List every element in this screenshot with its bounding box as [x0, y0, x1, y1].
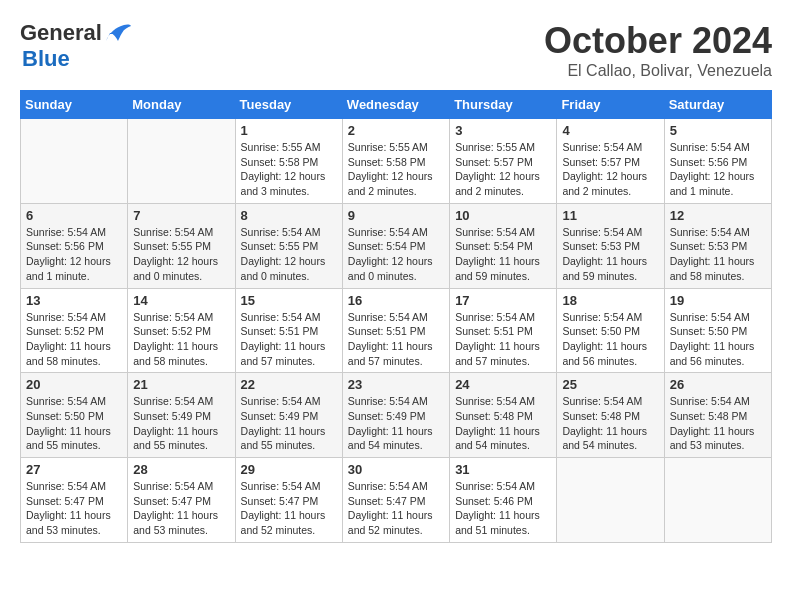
day-number: 22	[241, 377, 337, 392]
day-number: 11	[562, 208, 658, 223]
day-number: 5	[670, 123, 766, 138]
day-info: Sunrise: 5:54 AM Sunset: 5:48 PM Dayligh…	[670, 394, 766, 453]
day-info: Sunrise: 5:54 AM Sunset: 5:47 PM Dayligh…	[348, 479, 444, 538]
calendar-cell: 6Sunrise: 5:54 AM Sunset: 5:56 PM Daylig…	[21, 203, 128, 288]
day-number: 2	[348, 123, 444, 138]
day-info: Sunrise: 5:54 AM Sunset: 5:49 PM Dayligh…	[241, 394, 337, 453]
day-info: Sunrise: 5:55 AM Sunset: 5:58 PM Dayligh…	[348, 140, 444, 199]
calendar-week-1: 1Sunrise: 5:55 AM Sunset: 5:58 PM Daylig…	[21, 119, 772, 204]
day-number: 4	[562, 123, 658, 138]
calendar-cell: 14Sunrise: 5:54 AM Sunset: 5:52 PM Dayli…	[128, 288, 235, 373]
day-info: Sunrise: 5:54 AM Sunset: 5:53 PM Dayligh…	[670, 225, 766, 284]
calendar-cell: 11Sunrise: 5:54 AM Sunset: 5:53 PM Dayli…	[557, 203, 664, 288]
logo-blue: Blue	[22, 46, 70, 72]
calendar-week-2: 6Sunrise: 5:54 AM Sunset: 5:56 PM Daylig…	[21, 203, 772, 288]
calendar-week-5: 27Sunrise: 5:54 AM Sunset: 5:47 PM Dayli…	[21, 458, 772, 543]
calendar-cell: 10Sunrise: 5:54 AM Sunset: 5:54 PM Dayli…	[450, 203, 557, 288]
day-info: Sunrise: 5:54 AM Sunset: 5:51 PM Dayligh…	[241, 310, 337, 369]
calendar-cell: 27Sunrise: 5:54 AM Sunset: 5:47 PM Dayli…	[21, 458, 128, 543]
calendar-cell	[21, 119, 128, 204]
day-number: 20	[26, 377, 122, 392]
day-info: Sunrise: 5:54 AM Sunset: 5:49 PM Dayligh…	[348, 394, 444, 453]
day-number: 23	[348, 377, 444, 392]
calendar-header-friday: Friday	[557, 91, 664, 119]
day-number: 1	[241, 123, 337, 138]
day-info: Sunrise: 5:54 AM Sunset: 5:56 PM Dayligh…	[26, 225, 122, 284]
calendar-cell: 18Sunrise: 5:54 AM Sunset: 5:50 PM Dayli…	[557, 288, 664, 373]
calendar-cell: 26Sunrise: 5:54 AM Sunset: 5:48 PM Dayli…	[664, 373, 771, 458]
calendar-cell	[664, 458, 771, 543]
day-number: 31	[455, 462, 551, 477]
calendar-header-sunday: Sunday	[21, 91, 128, 119]
title-section: October 2024 El Callao, Bolivar, Venezue…	[544, 20, 772, 80]
calendar-cell: 2Sunrise: 5:55 AM Sunset: 5:58 PM Daylig…	[342, 119, 449, 204]
day-info: Sunrise: 5:54 AM Sunset: 5:53 PM Dayligh…	[562, 225, 658, 284]
day-info: Sunrise: 5:54 AM Sunset: 5:57 PM Dayligh…	[562, 140, 658, 199]
calendar-cell: 3Sunrise: 5:55 AM Sunset: 5:57 PM Daylig…	[450, 119, 557, 204]
day-info: Sunrise: 5:54 AM Sunset: 5:51 PM Dayligh…	[348, 310, 444, 369]
calendar-header-saturday: Saturday	[664, 91, 771, 119]
day-number: 19	[670, 293, 766, 308]
day-info: Sunrise: 5:54 AM Sunset: 5:54 PM Dayligh…	[348, 225, 444, 284]
day-number: 27	[26, 462, 122, 477]
calendar-cell: 5Sunrise: 5:54 AM Sunset: 5:56 PM Daylig…	[664, 119, 771, 204]
day-number: 3	[455, 123, 551, 138]
calendar-cell: 22Sunrise: 5:54 AM Sunset: 5:49 PM Dayli…	[235, 373, 342, 458]
calendar-header-tuesday: Tuesday	[235, 91, 342, 119]
calendar-cell	[128, 119, 235, 204]
calendar-cell: 8Sunrise: 5:54 AM Sunset: 5:55 PM Daylig…	[235, 203, 342, 288]
day-number: 18	[562, 293, 658, 308]
day-info: Sunrise: 5:54 AM Sunset: 5:54 PM Dayligh…	[455, 225, 551, 284]
day-number: 13	[26, 293, 122, 308]
calendar-cell: 28Sunrise: 5:54 AM Sunset: 5:47 PM Dayli…	[128, 458, 235, 543]
day-info: Sunrise: 5:54 AM Sunset: 5:50 PM Dayligh…	[670, 310, 766, 369]
location: El Callao, Bolivar, Venezuela	[544, 62, 772, 80]
day-info: Sunrise: 5:54 AM Sunset: 5:55 PM Dayligh…	[133, 225, 229, 284]
calendar-cell: 17Sunrise: 5:54 AM Sunset: 5:51 PM Dayli…	[450, 288, 557, 373]
day-info: Sunrise: 5:54 AM Sunset: 5:48 PM Dayligh…	[562, 394, 658, 453]
day-info: Sunrise: 5:54 AM Sunset: 5:55 PM Dayligh…	[241, 225, 337, 284]
day-info: Sunrise: 5:54 AM Sunset: 5:46 PM Dayligh…	[455, 479, 551, 538]
day-info: Sunrise: 5:54 AM Sunset: 5:52 PM Dayligh…	[133, 310, 229, 369]
day-number: 15	[241, 293, 337, 308]
day-number: 30	[348, 462, 444, 477]
logo-general: General	[20, 20, 102, 46]
calendar-header-monday: Monday	[128, 91, 235, 119]
calendar-cell: 12Sunrise: 5:54 AM Sunset: 5:53 PM Dayli…	[664, 203, 771, 288]
day-info: Sunrise: 5:55 AM Sunset: 5:58 PM Dayligh…	[241, 140, 337, 199]
day-info: Sunrise: 5:54 AM Sunset: 5:56 PM Dayligh…	[670, 140, 766, 199]
day-info: Sunrise: 5:54 AM Sunset: 5:52 PM Dayligh…	[26, 310, 122, 369]
calendar-cell: 30Sunrise: 5:54 AM Sunset: 5:47 PM Dayli…	[342, 458, 449, 543]
month-title: October 2024	[544, 20, 772, 62]
calendar-cell	[557, 458, 664, 543]
day-number: 6	[26, 208, 122, 223]
day-number: 12	[670, 208, 766, 223]
day-info: Sunrise: 5:54 AM Sunset: 5:48 PM Dayligh…	[455, 394, 551, 453]
calendar-cell: 23Sunrise: 5:54 AM Sunset: 5:49 PM Dayli…	[342, 373, 449, 458]
page-header: General Blue October 2024 El Callao, Bol…	[20, 20, 772, 80]
day-info: Sunrise: 5:54 AM Sunset: 5:50 PM Dayligh…	[26, 394, 122, 453]
calendar-cell: 7Sunrise: 5:54 AM Sunset: 5:55 PM Daylig…	[128, 203, 235, 288]
day-number: 29	[241, 462, 337, 477]
day-number: 14	[133, 293, 229, 308]
calendar-header-wednesday: Wednesday	[342, 91, 449, 119]
day-info: Sunrise: 5:54 AM Sunset: 5:51 PM Dayligh…	[455, 310, 551, 369]
day-number: 7	[133, 208, 229, 223]
calendar-cell: 24Sunrise: 5:54 AM Sunset: 5:48 PM Dayli…	[450, 373, 557, 458]
day-number: 26	[670, 377, 766, 392]
calendar-cell: 29Sunrise: 5:54 AM Sunset: 5:47 PM Dayli…	[235, 458, 342, 543]
day-number: 24	[455, 377, 551, 392]
day-number: 25	[562, 377, 658, 392]
calendar-cell: 1Sunrise: 5:55 AM Sunset: 5:58 PM Daylig…	[235, 119, 342, 204]
calendar-cell: 19Sunrise: 5:54 AM Sunset: 5:50 PM Dayli…	[664, 288, 771, 373]
logo-bird-icon	[104, 23, 132, 43]
calendar-week-4: 20Sunrise: 5:54 AM Sunset: 5:50 PM Dayli…	[21, 373, 772, 458]
calendar-cell: 31Sunrise: 5:54 AM Sunset: 5:46 PM Dayli…	[450, 458, 557, 543]
logo: General Blue	[20, 20, 132, 72]
day-info: Sunrise: 5:54 AM Sunset: 5:47 PM Dayligh…	[26, 479, 122, 538]
calendar-header-thursday: Thursday	[450, 91, 557, 119]
calendar-cell: 9Sunrise: 5:54 AM Sunset: 5:54 PM Daylig…	[342, 203, 449, 288]
day-number: 9	[348, 208, 444, 223]
day-info: Sunrise: 5:54 AM Sunset: 5:47 PM Dayligh…	[241, 479, 337, 538]
calendar-cell: 15Sunrise: 5:54 AM Sunset: 5:51 PM Dayli…	[235, 288, 342, 373]
